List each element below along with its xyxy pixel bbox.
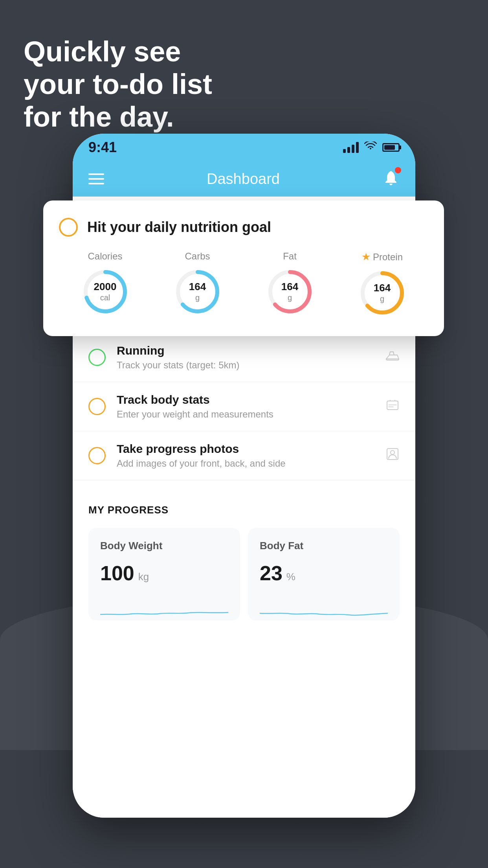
carbs-item: Carbs 164 g — [174, 251, 221, 315]
progress-section: MY PROGRESS Body Weight 100 kg — [73, 488, 415, 620]
status-bar: 9:41 — [73, 134, 415, 161]
radio-running[interactable] — [88, 349, 106, 366]
menu-button[interactable] — [88, 173, 104, 184]
body-weight-value: 100 — [100, 561, 134, 585]
calories-unit: cal — [94, 293, 117, 303]
carbs-chart: 164 g — [174, 268, 221, 315]
nutrition-circles: Calories 2000 cal Carbs — [59, 251, 428, 316]
list-item-title-running: Running — [117, 344, 379, 357]
body-fat-value: 23 — [260, 561, 283, 585]
battery-icon — [382, 143, 400, 152]
nav-bar: Dashboard — [73, 161, 415, 197]
list-item-subtitle-body-stats: Enter your weight and measurements — [117, 409, 379, 420]
body-weight-card: Body Weight 100 kg — [88, 528, 240, 620]
fat-item: Fat 164 g — [266, 251, 314, 315]
calories-chart: 2000 cal — [82, 268, 129, 315]
list-item[interactable]: Track body stats Enter your weight and m… — [73, 382, 415, 431]
protein-chart: 164 g — [359, 269, 406, 316]
headline: Quickly see your to-do list for the day. — [24, 35, 212, 133]
nutrition-card: Hit your daily nutrition goal Calories 2… — [43, 200, 444, 336]
body-fat-unit: % — [286, 571, 295, 583]
status-time: 9:41 — [88, 139, 117, 156]
carbs-unit: g — [189, 293, 206, 303]
star-icon: ★ — [361, 251, 371, 263]
progress-cards: Body Weight 100 kg Body Fat — [88, 528, 400, 620]
fat-value: 164 — [281, 281, 298, 293]
svg-point-2 — [391, 451, 394, 454]
signal-icon — [343, 142, 359, 153]
scale-icon — [385, 398, 400, 416]
radio-body-stats[interactable] — [88, 398, 106, 415]
body-weight-chart — [100, 597, 228, 620]
body-fat-card: Body Fat 23 % — [248, 528, 400, 620]
protein-item: ★ Protein 164 g — [359, 251, 406, 316]
svg-rect-0 — [387, 401, 398, 410]
card-radio[interactable] — [59, 218, 78, 237]
wifi-icon — [364, 141, 377, 154]
protein-unit: g — [374, 294, 391, 304]
card-title: Hit your daily nutrition goal — [87, 219, 271, 235]
radio-photos[interactable] — [88, 447, 106, 464]
list-item[interactable]: Take progress photos Add images of your … — [73, 431, 415, 480]
body-weight-title: Body Weight — [100, 540, 228, 552]
person-icon — [385, 447, 400, 465]
body-fat-title: Body Fat — [260, 540, 388, 552]
list-item-title-photos: Take progress photos — [117, 442, 379, 456]
body-weight-unit: kg — [138, 571, 149, 583]
list-item-subtitle-running: Track your stats (target: 5km) — [117, 360, 379, 371]
progress-heading: MY PROGRESS — [88, 504, 400, 516]
protein-label: ★ Protein — [361, 251, 403, 263]
body-fat-chart — [260, 597, 388, 620]
nav-title: Dashboard — [207, 171, 280, 188]
todo-list: Running Track your stats (target: 5km) T… — [73, 333, 415, 620]
fat-unit: g — [281, 293, 298, 303]
notification-bell-button[interactable] — [382, 169, 400, 189]
list-item[interactable]: Running Track your stats (target: 5km) — [73, 333, 415, 382]
calories-item: Calories 2000 cal — [82, 251, 129, 315]
calories-label: Calories — [88, 251, 122, 262]
carbs-value: 164 — [189, 281, 206, 293]
status-icons — [343, 141, 400, 154]
fat-label: Fat — [283, 251, 297, 262]
list-item-title-body-stats: Track body stats — [117, 393, 379, 406]
notification-dot — [395, 167, 401, 173]
list-item-subtitle-photos: Add images of your front, back, and side — [117, 458, 379, 469]
calories-value: 2000 — [94, 281, 117, 293]
protein-value: 164 — [374, 282, 391, 294]
shoe-icon — [385, 349, 400, 366]
fat-chart: 164 g — [266, 268, 314, 315]
carbs-label: Carbs — [185, 251, 210, 262]
